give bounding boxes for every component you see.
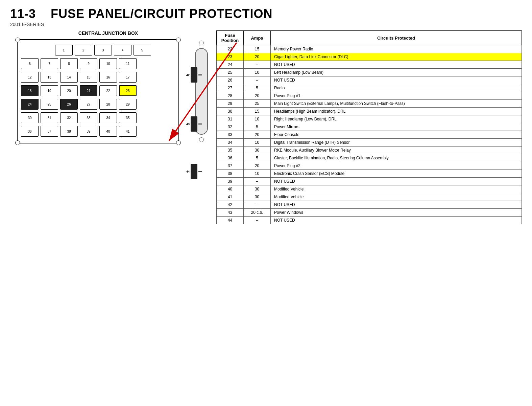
fuse-amps-cell: 5 — [244, 123, 271, 131]
table-row: 4030Modified Vehicle — [217, 185, 522, 193]
fuse-2: 2 — [75, 45, 92, 55]
fuse-amps-cell: 30 — [244, 146, 271, 154]
fuse-4: 4 — [114, 45, 131, 55]
fuse-amps-cell: 20 — [244, 92, 271, 100]
bottom-circle — [199, 137, 204, 142]
table-row: 4130Modified Vehicle — [217, 193, 522, 201]
connector-42: 42 — [186, 67, 202, 83]
fuse-12: 12 — [21, 72, 39, 83]
connector-43: 43 — [186, 116, 202, 132]
section-number: 11-3 — [10, 7, 36, 21]
fuse-amps-cell: 5 — [244, 84, 271, 92]
fuse-position-cell: 34 — [217, 139, 244, 146]
fuse-position-cell: 25 — [217, 69, 244, 76]
table-row: 2215Memory Power Radio — [217, 45, 522, 53]
table-row: 2510Left Headlamp (Low Beam) — [217, 69, 522, 76]
fuse-position-cell: 40 — [217, 185, 244, 193]
fuse-3: 3 — [94, 45, 112, 55]
fuse-row-1: 1 2 3 4 5 — [21, 45, 175, 55]
fuse-circuit-cell: Modified Vehicle — [271, 185, 522, 193]
fuse-9: 9 — [80, 58, 97, 69]
fuse-position-cell: 44 — [217, 217, 244, 224]
table-row: 24–NOT USED — [217, 61, 522, 69]
fuse-31: 31 — [41, 112, 58, 123]
junction-box: 1 2 3 4 5 6 7 8 9 10 11 — [17, 39, 179, 143]
fuse-amps-cell: 15 — [244, 45, 271, 53]
fuse-position-cell: 35 — [217, 146, 244, 154]
fuse-position-cell: 36 — [217, 154, 244, 162]
fuse-30: 30 — [21, 112, 39, 123]
fuse-7: 7 — [41, 58, 58, 69]
table-row: 3720Power Plug #2 — [217, 162, 522, 170]
fuse-position-cell: 43 — [217, 209, 244, 217]
fuse-row-3: 12 13 14 15 16 17 — [21, 72, 175, 83]
table-row: 3530RKE Module, Auxiliary Blower Motor R… — [217, 146, 522, 154]
fuse-circuit-cell: Right Headlamp (Low Beam), DRL — [271, 115, 522, 123]
fuse-circuit-cell: Radio — [271, 84, 522, 92]
fuse-position-cell: 42 — [217, 201, 244, 209]
fuse-circuit-cell: Headlamps (High Beam Indicator), DRL — [271, 108, 522, 115]
fuse-19: 19 — [41, 85, 58, 96]
fuse-amps-cell: – — [244, 61, 271, 69]
th-fuse-position: FusePosition — [217, 31, 244, 45]
fuse-29: 29 — [119, 99, 137, 110]
fuse-position-cell: 29 — [217, 100, 244, 108]
fuse-13: 13 — [41, 72, 58, 83]
fuse-27: 27 — [80, 99, 97, 110]
fuse-amps-cell: – — [244, 201, 271, 209]
fuse-amps-cell: 20 — [244, 131, 271, 139]
fuse-circuit-cell: Floor Console — [271, 131, 522, 139]
fuse-amps-cell: 10 — [244, 139, 271, 146]
fuse-25: 25 — [41, 99, 58, 110]
diagram-section: CENTRAL JUNCTION BOX 1 2 3 4 5 — [10, 30, 206, 224]
fuse-circuit-cell: Cigar Lighter, Data Link Connector (DLC) — [271, 53, 522, 61]
fuse-amps-cell: 10 — [244, 115, 271, 123]
table-row: 4320 c.b.Power Windows — [217, 209, 522, 217]
fuse-amps-cell: 30 — [244, 193, 271, 201]
fuse-position-cell: 30 — [217, 108, 244, 115]
fuse-40: 40 — [99, 126, 117, 137]
fuse-position-cell: 31 — [217, 115, 244, 123]
fuse-circuit-cell: Cluster, Backlite Illumination, Radio, S… — [271, 154, 522, 162]
fuse-15: 15 — [80, 72, 97, 83]
fuse-amps-cell: – — [244, 178, 271, 185]
fuse-circuit-cell: NOT USED — [271, 76, 522, 84]
fuse-23: 23 — [119, 85, 137, 96]
fuse-18: 18 — [21, 85, 39, 96]
fuse-position-cell: 39 — [217, 178, 244, 185]
fuse-amps-cell: 30 — [244, 185, 271, 193]
fuse-17: 17 — [119, 72, 137, 83]
table-row: 325Power Mirrors — [217, 123, 522, 131]
fuse-21: 21 — [80, 85, 97, 96]
fuse-circuit-cell: Power Windows — [271, 209, 522, 217]
fuse-amps-cell: 20 — [244, 53, 271, 61]
table-row: 365Cluster, Backlite Illumination, Radio… — [217, 154, 522, 162]
fuse-circuit-cell: Electronic Crash Sensor (ECS) Module — [271, 170, 522, 178]
fuse-circuit-cell: Main Light Switch (External Lamps), Mult… — [271, 100, 522, 108]
fuse-position-cell: 28 — [217, 92, 244, 100]
fuse-amps-cell: 20 c.b. — [244, 209, 271, 217]
table-row: 2320Cigar Lighter, Data Link Connector (… — [217, 53, 522, 61]
fuse-amps-cell: 15 — [244, 108, 271, 115]
th-circuits: Circuits Protected — [271, 31, 522, 45]
fuse-table: FusePosition Amps Circuits Protected 221… — [216, 30, 522, 224]
fuse-position-cell: 23 — [217, 53, 244, 61]
fuse-position-cell: 33 — [217, 131, 244, 139]
fuse-33: 33 — [80, 112, 97, 123]
fuse-circuit-cell: Digital Transmission Range (DTR) Sensor — [271, 139, 522, 146]
corner-circle-tr — [176, 38, 181, 42]
header: 11-3 FUSE PANEL/CIRCUIT PROTECTION 2001 … — [10, 7, 522, 27]
diagram-wrapper: 1 2 3 4 5 6 7 8 9 10 11 — [10, 39, 179, 143]
th-amps: Amps — [244, 31, 271, 45]
fuse-circuit-cell: Left Headlamp (Low Beam) — [271, 69, 522, 76]
fuse-row-7: 36 37 38 39 40 41 — [21, 126, 175, 137]
connector-bar: 42 43 44 — [195, 48, 208, 135]
fuse-circuit-cell: NOT USED — [271, 178, 522, 185]
fuse-22: 22 — [99, 85, 117, 96]
fuse-position-cell: 37 — [217, 162, 244, 170]
fuse-amps-cell: 5 — [244, 154, 271, 162]
fuse-circuit-cell: Memory Power Radio — [271, 45, 522, 53]
title-text: FUSE PANEL/CIRCUIT PROTECTION — [51, 7, 272, 21]
fuse-position-cell: 41 — [217, 193, 244, 201]
table-row: 2925Main Light Switch (External Lamps), … — [217, 100, 522, 108]
